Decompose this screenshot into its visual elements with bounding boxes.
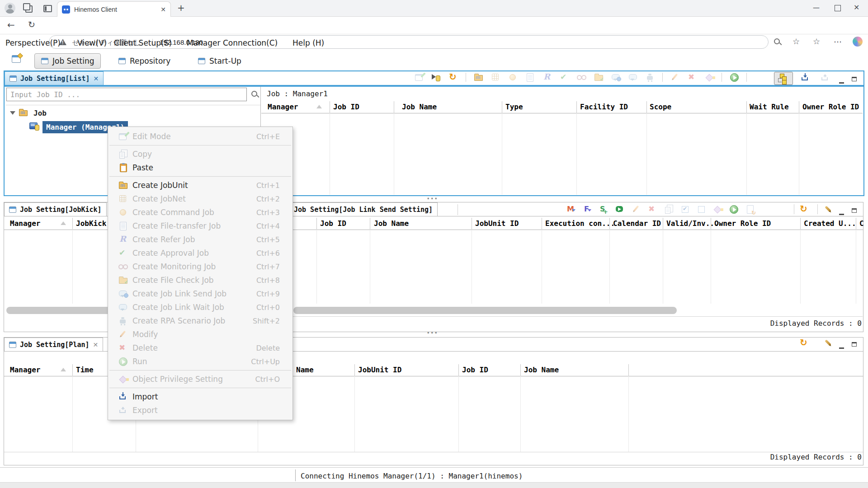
menu-item-import[interactable]: Import [108,390,292,404]
create-approval-job-icon[interactable] [559,72,569,82]
col-job-name[interactable]: Job Name [374,218,409,230]
favorite-star-icon[interactable]: ☆ [793,37,800,46]
create-file-check-job-icon[interactable] [594,72,604,82]
col-execution-condition[interactable]: Execution con... [545,218,615,230]
col-owner-role-id[interactable]: Owner Role ID [714,218,771,230]
menu-manager-connection[interactable]: Manager Connection(C) [187,38,278,47]
run-icon[interactable] [729,72,739,82]
col-facility-id[interactable]: Facility ID [580,101,628,113]
manager-m-icon[interactable] [566,204,576,214]
col-job-id[interactable]: Job ID [320,218,346,230]
menu-item-create-jobnet[interactable]: Create JobNetCtrl+2 [108,192,292,206]
filter-pin-icon[interactable] [823,338,833,348]
object-privilege-icon[interactable] [712,204,722,214]
copilot-icon[interactable] [853,37,863,47]
tree-node-job[interactable]: Job [33,109,47,117]
col-time[interactable]: Time [76,364,94,376]
col-job-name[interactable]: Job Name [524,364,559,376]
menu-item-modify[interactable]: Modify [108,328,292,341]
menu-item-object-privilege-setting[interactable]: Object Privilege SettingCtrl+O [108,372,292,386]
tab-job-setting-plan[interactable]: Job Setting[Plan] ✕ [4,338,103,351]
open-perspective-icon[interactable] [12,55,21,65]
view-maximize-icon[interactable] [852,340,857,348]
perspective-job-setting-button[interactable]: Job Setting [34,53,101,69]
filter-pin-icon[interactable] [823,204,833,214]
window-minimize-icon[interactable]: — [813,4,820,12]
sash-handle[interactable]: ··· [427,328,438,338]
tab-close-icon[interactable]: ✕ [160,6,166,13]
create-refer-job-icon[interactable] [542,72,552,82]
create-jobunit-icon[interactable] [473,72,483,82]
run-icon[interactable] [729,204,739,214]
menu-item-copy[interactable]: Copy [108,147,292,161]
tree-expand-caret-icon[interactable] [10,111,15,115]
browser-tab[interactable]: Hinemos Client ✕ [57,1,171,17]
copy-icon[interactable] [664,204,674,214]
tab-job-link-send-setting[interactable]: Job Setting[Job Link Send Setting] [289,202,438,216]
col-c[interactable]: C [859,218,864,230]
menu-item-create-approval-job[interactable]: Create Approval JobCtrl+6 [108,246,292,260]
tab-close-icon[interactable]: ✕ [94,75,99,82]
create-monitoring-job-icon[interactable] [576,72,586,82]
col-scope[interactable]: Scope [650,101,671,113]
menu-client-setup[interactable]: Client Setup(S) [114,38,172,47]
tab-job-setting-list[interactable]: Job Setting[List] ✕ [5,71,104,85]
create-file-transfer-job-icon[interactable] [525,72,535,82]
create-jobnet-icon[interactable] [491,72,500,82]
menu-view[interactable]: View(V) [77,38,107,47]
enable-checkbox-icon[interactable] [680,204,690,214]
delete-icon[interactable] [687,72,697,82]
menu-item-create-refer-job[interactable]: Create Refer JobCtrl+5 [108,233,292,246]
perspective-startup-button[interactable]: Start-Up [198,53,241,69]
menu-item-create-file-transfer-job[interactable]: Create File-transfer JobCtrl+4 [108,219,292,233]
favorites-bar-icon[interactable]: ☆ [813,37,820,46]
modify-icon[interactable] [670,72,680,82]
menu-item-run[interactable]: RunCtrl+Up [108,355,292,368]
col-jobunit-id[interactable]: JobUnit ID [475,218,519,230]
job-link-send-hscrollbar[interactable] [293,307,677,314]
col-jobunit-id[interactable]: JobUnit ID [358,364,401,376]
job-link-message-icon[interactable] [615,204,625,214]
col-manager[interactable]: Manager [268,101,298,113]
search-icon[interactable] [251,91,257,97]
col-type[interactable]: Type [505,101,523,113]
window-maximize-icon[interactable] [835,5,841,11]
disable-checkbox-icon[interactable] [696,204,706,214]
reload-icon[interactable]: ↻ [28,19,35,29]
export-icon[interactable] [820,73,830,83]
view-maximize-icon[interactable] [852,75,857,83]
create-rpa-scenario-job-icon[interactable] [645,72,655,82]
menu-item-paste[interactable]: Paste [108,161,292,174]
perspective-repository-button[interactable]: Repository [118,53,170,69]
menu-help[interactable]: Help (H) [292,38,324,47]
col-created-user[interactable]: Created U... [804,218,856,230]
back-icon[interactable]: ← [7,19,15,30]
edit-mode-icon[interactable] [414,72,424,82]
menu-item-create-file-check-job[interactable]: Create File Check JobCtrl+8 [108,273,292,287]
col-job-id[interactable]: Job ID [462,364,488,376]
col-manager[interactable]: Manager [10,364,40,376]
menu-perspective[interactable]: Perspective(P) [5,38,61,47]
col-job-id[interactable]: Job ID [333,101,359,113]
menu-item-create-jobunit[interactable]: Create JobUnitCtrl+1 [108,178,292,192]
setting-s-icon[interactable] [599,204,609,214]
view-minimize-icon[interactable] [839,208,844,217]
tree-view-toggle-button[interactable] [774,72,793,85]
new-tab-icon[interactable]: + [177,2,185,13]
menu-item-edit-mode[interactable]: Edit ModeCtrl+E [108,130,292,143]
import-icon[interactable] [800,73,810,83]
refresh-icon[interactable] [799,204,809,214]
menu-item-create-command-job[interactable]: Create Command JobCtrl+3 [108,206,292,219]
browser-menu-icon[interactable]: … [834,35,842,44]
menu-item-delete[interactable]: DeleteDelete [108,341,292,355]
menu-item-create-job-link-wait-job[interactable]: Create Job Link Wait JobCtrl+0 [108,300,292,314]
view-minimize-icon[interactable] [839,77,844,85]
create-job-link-send-job-icon[interactable] [611,72,621,82]
create-job-link-wait-job-icon[interactable] [628,72,638,82]
browser-profile-avatar-icon[interactable] [5,3,15,14]
menu-item-create-monitoring-job[interactable]: Create Monitoring JobCtrl+7 [108,260,292,273]
window-close-icon[interactable]: ✕ [854,3,859,12]
col-manager[interactable]: Manager [10,218,40,230]
col-job-name[interactable]: Job Name [402,101,437,113]
delete-icon[interactable] [647,204,657,214]
